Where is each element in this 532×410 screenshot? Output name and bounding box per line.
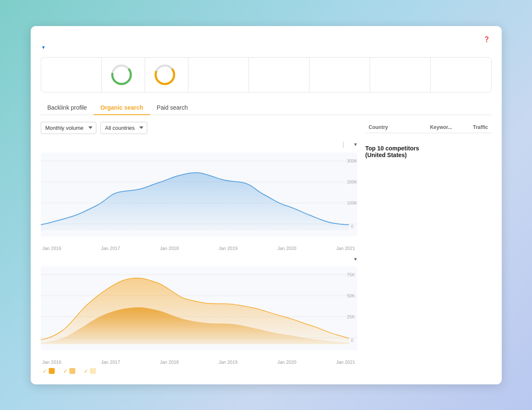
time-filters: | ▾ [334, 141, 357, 148]
svg-text:300K: 300K [347, 158, 357, 163]
organic-keywords-cell [310, 58, 370, 92]
metrics-row [41, 57, 492, 92]
main-card: ❓ ▾ [31, 26, 502, 384]
countries-dropdown[interactable]: All countries [101, 122, 147, 134]
checkbox-1-3[interactable]: ✓ [42, 368, 47, 374]
volume-dropdown[interactable]: Monthly volume [41, 122, 96, 134]
svg-text:0: 0 [351, 223, 353, 229]
referring-domains-cell [249, 58, 310, 92]
legend-row: ✓ ✓ ✓ [41, 368, 357, 374]
how-to-use-link[interactable]: ❓ [483, 36, 492, 42]
dr-cell [145, 58, 188, 92]
competitors-title: Top 10 competitors(United States) [365, 145, 492, 158]
export-arrow-icon: ▾ [354, 141, 357, 147]
tab-paid-search[interactable]: Paid search [150, 101, 195, 115]
organic-keywords-chart: 75K 50K 25K 0 [41, 266, 357, 350]
site-url[interactable]: ▾ [41, 44, 492, 50]
ur-cell [102, 58, 145, 92]
export-traffic-btn[interactable]: ▾ [353, 141, 357, 147]
ahrefs-rank-cell [41, 58, 102, 92]
backlinks-cell [188, 58, 249, 92]
legend-item-11-100: ✓ [84, 368, 98, 374]
show-more-btn[interactable] [365, 133, 492, 138]
svg-text:0: 0 [351, 337, 353, 342]
svg-text:100K: 100K [347, 200, 357, 205]
organic-keywords-x-labels: Jan 2016Jan 2017Jan 2018Jan 2019Jan 2020… [41, 359, 357, 365]
svg-text:25K: 25K [347, 314, 355, 319]
legend-color-4-10 [69, 368, 75, 374]
question-icon: ❓ [483, 36, 490, 42]
ur-gauge [110, 63, 133, 86]
checkbox-11-100[interactable]: ✓ [84, 368, 88, 374]
organic-keywords-section: ▾ 75K 50K 25K 0 [41, 256, 357, 374]
competitors-section: Top 10 competitors(United States) [365, 145, 492, 158]
header-row: ❓ [41, 36, 492, 42]
legend-item-1-3: ✓ [42, 368, 56, 374]
organic-traffic-chart: 300K 200K 100K 0 [41, 152, 357, 237]
export-keywords-btn[interactable]: ▾ [353, 256, 357, 262]
legend-color-1-3 [49, 368, 55, 374]
legend-color-11-100 [90, 368, 96, 374]
svg-text:75K: 75K [347, 272, 355, 277]
organic-traffic-section: | ▾ [41, 141, 357, 252]
controls-row: Monthly volume All countries [41, 122, 357, 134]
organic-keywords-header: ▾ [41, 256, 357, 262]
export-arrow-icon2: ▾ [354, 256, 357, 262]
main-content: Monthly volume All countries | [41, 122, 492, 374]
col-traffic: Traffic [455, 122, 491, 133]
country-table: Country Keywor... Traffic [365, 122, 492, 133]
organic-traffic-cell [370, 58, 431, 92]
traffic-value-cell [431, 58, 491, 92]
tab-organic-search[interactable]: Organic search [94, 101, 150, 115]
dropdown-arrow-icon: ▾ [42, 44, 45, 50]
tab-backlink-profile[interactable]: Backlink profile [41, 101, 94, 115]
checkbox-4-10[interactable]: ✓ [63, 368, 68, 374]
svg-text:200K: 200K [347, 179, 357, 184]
col-keywords: Keywor... [408, 122, 455, 133]
tabs-row: Backlink profile Organic search Paid sea… [41, 101, 492, 115]
col-country: Country [365, 122, 408, 133]
right-panel: Country Keywor... Traffic Top 10 competi… [365, 122, 492, 374]
legend-item-4-10: ✓ [63, 368, 77, 374]
organic-traffic-x-labels: Jan 2016Jan 2017Jan 2018Jan 2019Jan 2020… [41, 245, 357, 252]
left-panel: Monthly volume All countries | [41, 122, 357, 374]
svg-text:50K: 50K [347, 293, 355, 298]
organic-traffic-header: | ▾ [41, 141, 357, 148]
dr-gauge [154, 63, 176, 86]
